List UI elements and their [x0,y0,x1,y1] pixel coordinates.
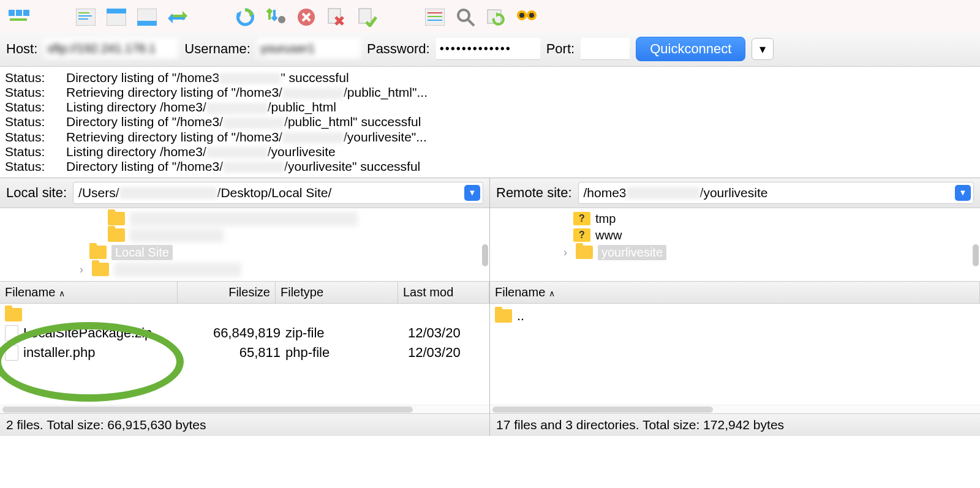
svg-point-14 [278,16,285,23]
disconnect-icon[interactable] [325,5,349,29]
remote-status-bar: 17 files and 3 directories. Total size: … [490,413,980,436]
refresh-icon[interactable] [233,5,257,29]
log-line: Status:Retrieving directory listing of "… [5,130,975,145]
process-queue-icon[interactable] [263,5,288,29]
column-lastmod[interactable]: Last mod [398,282,489,303]
search-icon[interactable] [453,5,478,29]
column-filetype[interactable]: Filetype [276,282,398,303]
scrollbar-horizontal[interactable] [490,405,980,413]
svg-rect-6 [78,15,92,17]
compare-icon[interactable] [484,5,508,29]
svg-rect-9 [107,9,126,13]
scrollbar-horizontal[interactable] [0,405,489,413]
folder-icon [576,246,593,259]
svg-point-28 [519,13,524,18]
password-label: Password: [367,41,430,57]
remote-site-label: Remote site: [496,185,572,201]
sort-ascending-icon: ∧ [549,288,555,298]
parent-dir-row[interactable] [0,306,489,323]
column-filename[interactable]: Filename ∧ [0,282,178,303]
log-line: Status:Directory listing of "/home3" suc… [5,70,975,85]
log-line: Status:Directory listing of "/home3//pub… [5,114,975,129]
chevron-down-icon[interactable]: ▼ [955,185,971,201]
quickconnect-bar: Host: Username: Password: Port: Quickcon… [0,32,980,67]
local-path-input[interactable]: /Users/ /Desktop/Local Site/ ▼ [73,182,483,204]
cancel-icon[interactable] [294,5,318,29]
toggle-log-icon[interactable] [74,5,98,29]
folder-icon [495,309,512,323]
quickconnect-history-dropdown[interactable]: ▾ [752,38,774,60]
svg-point-29 [529,13,534,18]
port-label: Port: [546,41,575,57]
log-line: Status:Retrieving directory listing of "… [5,85,975,100]
column-filename[interactable]: Filename ∧ [490,282,980,303]
svg-rect-2 [23,10,29,16]
remote-directory-tree[interactable]: ?tmp ?www ›yourlivesite [490,208,980,282]
folder-icon [89,246,107,259]
scrollbar-vertical[interactable] [973,244,979,266]
toggle-tree-icon[interactable] [104,5,129,29]
remote-file-list[interactable]: .. [490,304,980,405]
local-file-header: Filename ∧ Filesize Filetype Last mod [0,282,489,304]
filter-icon[interactable] [423,5,447,29]
sync-browse-icon[interactable] [165,5,190,29]
tree-item[interactable]: www [595,228,622,242]
main-toolbar [0,0,980,32]
username-input[interactable] [257,38,361,60]
message-log[interactable]: Status:Directory listing of "/home3" suc… [0,67,980,178]
file-icon [5,325,18,341]
local-status-bar: 2 files. Total size: 66,915,630 bytes [0,413,489,436]
host-input[interactable] [43,38,178,60]
svg-rect-3 [10,18,27,21]
site-manager-icon[interactable] [6,5,31,29]
expand-icon[interactable]: › [76,263,87,276]
remote-file-header: Filename ∧ [490,282,980,304]
local-file-list[interactable]: LocalSitePackage.zip 66,849,819 zip-file… [0,304,489,405]
expand-icon[interactable]: › [560,246,571,259]
quickconnect-button[interactable]: Quickconnect [636,37,745,61]
svg-rect-7 [78,18,88,20]
password-input[interactable] [436,38,540,60]
username-label: Username: [184,41,251,57]
svg-rect-5 [78,12,89,13]
remote-path-input[interactable]: /home3 /yourlivesite ▼ [578,182,974,204]
svg-rect-30 [526,14,528,17]
file-row[interactable]: installer.php 65,811 php-file 12/03/20 [0,343,489,362]
toggle-queue-icon[interactable] [135,5,159,29]
reconnect-icon[interactable] [355,5,380,29]
find-icon[interactable] [514,5,539,29]
folder-icon [5,308,22,321]
svg-rect-21 [428,20,442,21]
parent-dir-row[interactable]: .. [490,306,980,326]
tree-item[interactable]: tmp [595,212,616,226]
log-line: Status:Listing directory /home3//yourliv… [5,145,975,159]
folder-icon [108,212,125,225]
host-label: Host: [6,41,37,57]
sort-ascending-icon: ∧ [59,288,65,298]
svg-rect-19 [428,12,442,13]
unknown-folder-icon: ? [573,228,590,242]
log-line: Status:Listing directory /home3//public_… [5,100,975,114]
local-directory-tree[interactable]: fontawesome pro beta desktop long name s… [0,208,489,282]
column-filesize[interactable]: Filesize [178,282,276,303]
svg-point-22 [458,10,469,21]
scrollbar-vertical[interactable] [482,244,488,266]
file-icon [5,345,18,361]
svg-rect-1 [16,10,22,16]
svg-line-23 [468,20,474,26]
local-site-label: Local site: [6,185,67,201]
svg-rect-17 [359,9,371,23]
tree-item-selected[interactable]: Local Site [111,245,173,260]
chevron-down-icon[interactable]: ▼ [464,185,480,201]
port-input[interactable] [581,38,630,60]
folder-icon [108,228,125,242]
remote-panel: Remote site: /home3 /yourlivesite ▼ ?tmp… [490,178,980,436]
tree-item-selected[interactable]: yourlivesite [598,245,666,260]
svg-rect-20 [428,16,442,17]
file-row[interactable]: LocalSitePackage.zip 66,849,819 zip-file… [0,323,489,343]
local-panel: Local site: /Users/ /Desktop/Local Site/… [0,178,490,436]
svg-rect-11 [137,21,157,26]
svg-rect-4 [76,9,96,26]
unknown-folder-icon: ? [573,212,590,225]
svg-rect-0 [9,10,15,16]
